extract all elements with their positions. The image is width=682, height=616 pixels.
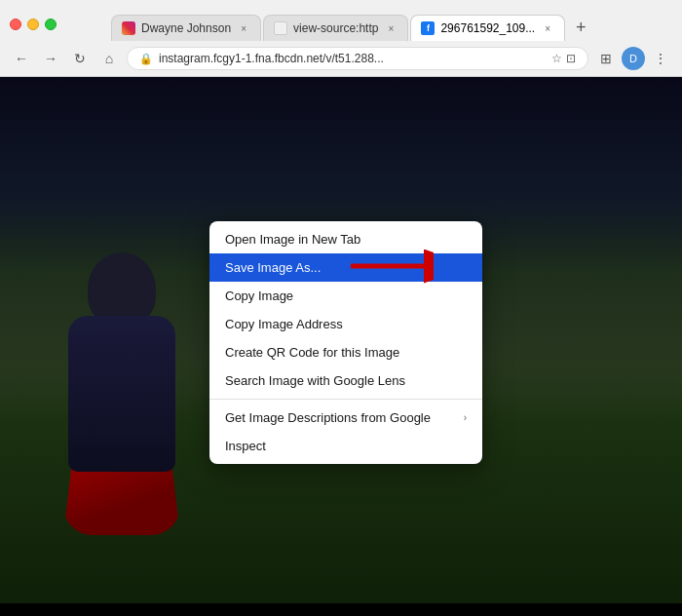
forward-button[interactable]: → xyxy=(39,47,62,70)
title-bar: Dwayne Johnson × view-source:http × f 29… xyxy=(0,0,682,41)
menu-item-get-image-descriptions-label: Get Image Descriptions from Google xyxy=(225,410,464,425)
refresh-button[interactable]: ↻ xyxy=(68,47,92,70)
menu-item-inspect-label: Inspect xyxy=(225,439,467,453)
instagram-favicon xyxy=(122,21,135,35)
lock-icon: 🔒 xyxy=(139,53,153,65)
tab3-title: 296761592_109... xyxy=(440,21,535,35)
extension-icon[interactable]: ⊡ xyxy=(566,52,576,65)
source-favicon xyxy=(274,21,287,35)
menu-item-create-qr-code[interactable]: Create QR Code for this Image xyxy=(209,338,482,366)
tab1-title: Dwayne Johnson xyxy=(141,21,231,35)
menu-item-create-qr-code-label: Create QR Code for this Image xyxy=(225,345,467,360)
menu-item-copy-image-address-label: Copy Image Address xyxy=(225,317,467,331)
address-bar: ← → ↻ ⌂ 🔒 instagram.fcgy1-1.fna.fbcdn.ne… xyxy=(0,41,682,76)
menu-item-search-image-google-lens[interactable]: Search Image with Google Lens xyxy=(209,366,482,395)
minimize-button[interactable] xyxy=(27,19,39,30)
tab-image[interactable]: f 296761592_109... × xyxy=(410,15,565,41)
tab1-close[interactable]: × xyxy=(237,21,250,35)
back-button[interactable]: ← xyxy=(10,47,33,70)
character-body xyxy=(68,316,175,472)
menu-item-copy-image-label: Copy Image xyxy=(225,289,467,303)
red-arrow xyxy=(346,243,434,286)
tabs-container: Dwayne Johnson × view-source:http × f 29… xyxy=(62,8,604,41)
menu-item-search-image-google-lens-label: Search Image with Google Lens xyxy=(225,373,467,388)
tab3-close[interactable]: × xyxy=(541,21,554,35)
facebook-favicon: f xyxy=(421,21,435,35)
submenu-chevron-icon: › xyxy=(464,412,467,423)
browser-chrome: Dwayne Johnson × view-source:http × f 29… xyxy=(0,0,682,77)
bookmark-icon[interactable]: ☆ xyxy=(551,52,562,65)
extensions-button[interactable]: ⊞ xyxy=(594,47,618,70)
menu-button[interactable]: ⋮ xyxy=(649,47,672,70)
character-head xyxy=(88,252,156,326)
traffic-lights xyxy=(10,19,57,30)
menu-separator xyxy=(209,399,482,400)
tab-dwayne-johnson[interactable]: Dwayne Johnson × xyxy=(111,15,261,41)
character-silhouette xyxy=(58,252,185,525)
menu-item-copy-image-address[interactable]: Copy Image Address xyxy=(209,310,482,338)
profile-button[interactable]: D xyxy=(622,47,645,70)
close-button[interactable] xyxy=(10,19,21,30)
home-button[interactable]: ⌂ xyxy=(97,47,121,70)
tab2-close[interactable]: × xyxy=(384,21,398,35)
new-tab-button[interactable]: + xyxy=(567,14,594,41)
menu-item-inspect[interactable]: Inspect xyxy=(209,432,482,460)
tab2-title: view-source:http xyxy=(293,21,378,35)
menu-item-get-image-descriptions[interactable]: Get Image Descriptions from Google › xyxy=(209,404,482,432)
toolbar-right: ⊞ D ⋮ xyxy=(594,47,672,70)
maximize-button[interactable] xyxy=(45,19,57,30)
menu-item-copy-image[interactable]: Copy Image xyxy=(209,282,482,310)
url-text: instagram.fcgy1-1.fna.fbcdn.net/v/t51.28… xyxy=(159,52,546,65)
address-icons: ☆ ⊡ xyxy=(551,52,576,65)
tab-view-source[interactable]: view-source:http × xyxy=(263,15,408,41)
page-content: Open Image in New Tab Save Image As... C… xyxy=(0,77,682,603)
address-input[interactable]: 🔒 instagram.fcgy1-1.fna.fbcdn.net/v/t51.… xyxy=(127,47,588,70)
